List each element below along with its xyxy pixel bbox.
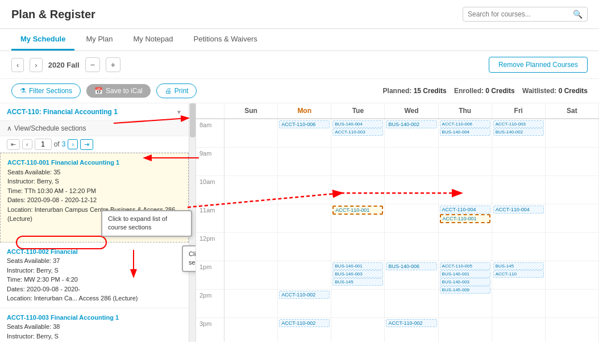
- search-box[interactable]: 🔍: [463, 7, 588, 22]
- event-acct110-001-tue-11[interactable]: ACCT-110-001: [332, 206, 383, 215]
- course-link[interactable]: ACCT-110: Financial Accounting 1: [7, 108, 118, 116]
- page-input[interactable]: [35, 139, 52, 150]
- section-001-title: ACCT-110-001 Financial Accounting 1: [7, 158, 181, 168]
- section-item-003[interactable]: ACCT-110-003 Financial Accounting 1 Seat…: [0, 308, 189, 342]
- wed-3pm: ACCT-110-002: [385, 318, 438, 342]
- remove-planned-button[interactable]: Remove Planned Courses: [489, 57, 588, 73]
- time-3pm: 3pm: [196, 318, 224, 342]
- sat-3pm: [546, 318, 599, 342]
- mon-2pm: ACCT-110-002: [278, 290, 331, 318]
- sun-3pm: [224, 318, 278, 342]
- page-title: Plan & Register: [11, 8, 95, 21]
- tab-my-plan[interactable]: My Plan: [77, 29, 122, 51]
- wed-2pm: [385, 290, 438, 318]
- saturday-header: Sat: [546, 103, 599, 118]
- sections-list: ACCT-110-001 Financial Accounting 1 Seat…: [0, 153, 189, 342]
- tab-petitions[interactable]: Petitions & Waivers: [185, 29, 267, 51]
- first-page-button[interactable]: ⇤: [7, 139, 20, 150]
- event-acct110-002-mon-3[interactable]: ACCT-110-002: [279, 319, 330, 327]
- event-bus140-004-thu-8[interactable]: BUS-140-004: [440, 128, 490, 136]
- event-bus145-tue-1[interactable]: BUS-145: [332, 278, 383, 286]
- next-page-button[interactable]: ›: [68, 139, 78, 149]
- calendar-icon: 📅: [94, 87, 103, 95]
- event-acct110-002-mon-2[interactable]: ACCT-110-002: [279, 291, 330, 299]
- tab-my-schedule[interactable]: My Schedule: [11, 29, 74, 51]
- event-acct110-004-fri-11[interactable]: ACCT-110-004: [493, 206, 544, 214]
- thu-1pm: ACCT-110-005 BUS-140-001 BUS-140-003 BUS…: [439, 261, 492, 290]
- fri-10am: [492, 176, 546, 204]
- course-header: ACCT-110: Financial Accounting 1 ▼: [0, 103, 189, 121]
- calendar-panel: Sun Mon Tue Wed Thu Fri Sat 8am ACCT-110…: [196, 103, 599, 342]
- event-bus140-003-thu-1[interactable]: BUS-140-003: [440, 278, 490, 286]
- event-bus140-001-tue-1[interactable]: BUS-140-001: [332, 262, 383, 270]
- sun-8am: [224, 119, 278, 148]
- prev-semester-button[interactable]: ‹: [11, 58, 24, 72]
- wed-12pm: [385, 233, 438, 261]
- event-bus145-fri-1[interactable]: BUS-145: [493, 262, 544, 270]
- event-acct110-fri-1[interactable]: ACCT-110: [493, 270, 544, 278]
- thu-12pm: [439, 233, 492, 261]
- sat-12pm: [546, 233, 599, 261]
- chevron-up-icon: ∧: [7, 124, 12, 132]
- sun-2pm: [224, 290, 278, 318]
- event-bus140-002-wed-8[interactable]: BUS-140-002: [386, 120, 436, 128]
- last-page-button[interactable]: ⇥: [80, 139, 93, 150]
- thu-11am: ACCT-110-004 ACCT-110-001: [439, 204, 492, 233]
- thursday-header: Thu: [439, 103, 492, 118]
- time-9am: 9am: [196, 148, 224, 176]
- sun-10am: [224, 176, 278, 204]
- mon-1pm: [278, 261, 331, 290]
- pagination-bar: ⇤ ‹ of 3 › ⇥: [0, 136, 189, 153]
- tuesday-header: Tue: [331, 103, 385, 118]
- sat-9am: [546, 148, 599, 176]
- print-button[interactable]: 🖨 Print: [156, 83, 197, 98]
- app-header: Plan & Register 🔍: [0, 0, 599, 29]
- event-bus140-001-thu-1[interactable]: BUS-140-001: [440, 270, 490, 278]
- tue-3pm: [331, 318, 385, 342]
- sun-9am: [224, 148, 278, 176]
- monday-header: Mon: [278, 103, 331, 118]
- event-bus140-006-wed-1[interactable]: BUS-140-006: [386, 262, 436, 270]
- save-ical-button[interactable]: 📅 Save to iCal: [86, 84, 151, 98]
- tue-9am: [331, 148, 385, 176]
- thu-8am: ACCT-110-006 BUS-140-004: [439, 119, 492, 148]
- tue-11am: ACCT-110-001: [331, 204, 385, 233]
- main-content: ACCT-110: Financial Accounting 1 ▼ ∧ Vie…: [0, 103, 599, 342]
- event-bus140-004-tue-8[interactable]: BUS-140-004: [332, 120, 383, 128]
- plus-button[interactable]: +: [106, 57, 120, 72]
- section-003-title: ACCT-110-003 Financial Accounting 1: [7, 313, 182, 323]
- event-acct110-002-wed-3[interactable]: ACCT-110-002: [386, 319, 436, 327]
- thu-10am: [439, 176, 492, 204]
- view-schedule-bar[interactable]: ∧ View/Schedule sections: [0, 121, 189, 136]
- event-acct110-005-thu-1[interactable]: ACCT-110-005: [440, 262, 490, 270]
- event-acct110-004-thu-11[interactable]: ACCT-110-004: [440, 206, 490, 214]
- next-semester-button[interactable]: ›: [30, 58, 42, 72]
- event-acct110-003-fri-8[interactable]: ACCT-110-003: [493, 120, 544, 128]
- thu-9am: [439, 148, 492, 176]
- filter-sections-button[interactable]: ⚗ Filter Sections: [11, 83, 81, 98]
- event-acct110-003-tue-8[interactable]: ACCT-110-003: [332, 128, 383, 136]
- event-acct110-001-thu-11[interactable]: ACCT-110-001: [440, 214, 490, 223]
- search-input[interactable]: [468, 10, 573, 18]
- event-acct110-006-mon-8[interactable]: ACCT-110-006: [279, 120, 330, 128]
- section-item-002[interactable]: ACCT-110-002 Financial Seats Available: …: [0, 242, 189, 308]
- tue-1pm: BUS-140-001 BUS-140-003 BUS-145: [331, 261, 385, 290]
- calendar-body: 8am ACCT-110-006 BUS-140-004 ACCT-110-00…: [196, 119, 599, 342]
- sunday-header: Sun: [224, 103, 278, 118]
- sat-11am: [546, 204, 599, 233]
- sat-8am: [546, 119, 599, 148]
- time-1pm: 1pm: [196, 261, 224, 290]
- prev-page-button[interactable]: ‹: [22, 139, 32, 149]
- mon-10am: [278, 176, 331, 204]
- event-bus140-003-tue-1[interactable]: BUS-140-003: [332, 270, 383, 278]
- thu-2pm: [439, 290, 492, 318]
- wed-11am: [385, 204, 438, 233]
- scrollbar-thumb[interactable]: [190, 103, 195, 137]
- event-bus140-002-fri-8[interactable]: BUS-140-002: [493, 128, 544, 136]
- tab-my-notepad[interactable]: My Notepad: [124, 29, 182, 51]
- fri-8am: ACCT-110-003 BUS-140-002: [492, 119, 546, 148]
- event-acct110-006-thu-8[interactable]: ACCT-110-006: [440, 120, 490, 128]
- time-col-header: [196, 103, 224, 118]
- mon-11am: [278, 204, 331, 233]
- minus-button[interactable]: −: [85, 57, 100, 72]
